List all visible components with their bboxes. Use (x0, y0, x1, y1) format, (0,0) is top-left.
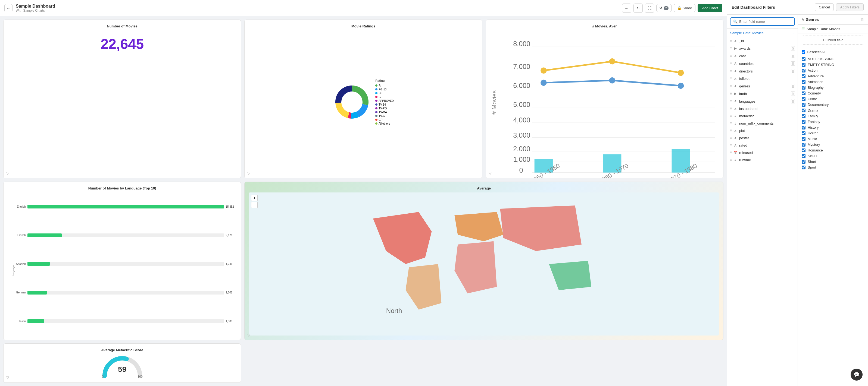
bar-track-english (27, 205, 224, 208)
field-item-fullplot[interactable]: ⠿ A fullplot (727, 75, 798, 82)
field-type-icon-imdb: ▶ (733, 92, 738, 96)
checkbox-scifi[interactable] (802, 154, 806, 158)
drag-handle-num-mflix: ⠿ (730, 122, 732, 125)
field-list: ⠿ A _id ⠿ ▶ awards {} ⠿ A cast [] (727, 37, 798, 386)
svg-text:4,000: 4,000 (513, 116, 530, 124)
checkbox-fantasy[interactable] (802, 120, 806, 124)
option-action: Action (802, 68, 864, 73)
ratings-filter-icon: ▽ (247, 171, 250, 175)
checkbox-empty-string[interactable] (802, 63, 806, 67)
field-item-plot[interactable]: ⠿ A plot (727, 127, 798, 134)
bar-value-spanish: 1,746 (225, 262, 237, 266)
field-item-genres[interactable]: ⠿ A genres [] (727, 82, 798, 90)
map-filter-icon: ▽ (247, 333, 250, 337)
legend-item-tvg: TV-G (375, 114, 394, 117)
option-empty-string: EMPTY STRING (802, 62, 864, 68)
field-item-released[interactable]: ⠿ 📅 released (727, 149, 798, 156)
checkbox-action[interactable] (802, 69, 806, 72)
field-item-lastupdated[interactable]: ⠿ A lastupdated (727, 105, 798, 112)
svg-point-26 (540, 68, 547, 74)
drag-handle-plot: ⠿ (730, 129, 732, 132)
checkbox-sport[interactable] (802, 166, 806, 169)
option-short: Short (802, 159, 864, 165)
label-sport: Sport (808, 165, 816, 169)
drag-handle-genres: ⠿ (730, 85, 732, 88)
checkbox-null-missing[interactable] (802, 57, 806, 61)
field-name-directors: directors (739, 69, 789, 73)
datasource-row[interactable]: Sample Data: Movies ⌄ (727, 29, 798, 37)
field-struct-imdb: {} (791, 92, 795, 96)
num-movies-value: 22,645 (8, 30, 237, 58)
option-horror: Horror (802, 130, 864, 136)
refresh-button[interactable]: ↻ (633, 3, 643, 13)
field-item-directors[interactable]: ⠿ A directors [] (727, 67, 798, 75)
field-item-id[interactable]: ⠿ A _id (727, 37, 798, 44)
checkbox-biography[interactable] (802, 86, 806, 90)
linked-field-button[interactable]: + Linked field (802, 36, 864, 44)
checkbox-history[interactable] (802, 126, 806, 130)
legend-item-pg13: PG-13 (375, 88, 394, 91)
num-movies-card: Number of Movies 22,645 ▽ (3, 20, 241, 178)
dashboard-container: ← Sample Dashboard With Sample Charts ··… (0, 0, 727, 386)
filter-icon: ⚗ (659, 6, 662, 10)
drag-handle-id: ⠿ (730, 39, 732, 42)
field-item-imdb[interactable]: ⠿ ▶ imdb {} (727, 90, 798, 98)
field-item-num-mflix[interactable]: ⠿ # num_mflix_comments (727, 120, 798, 127)
option-history: History (802, 125, 864, 130)
search-icon: 🔍 (733, 20, 738, 24)
bar-value-german: 1,502 (225, 291, 237, 294)
checkbox-drama[interactable] (802, 109, 806, 112)
search-input-wrap[interactable]: 🔍 (730, 17, 795, 26)
field-item-metacritic[interactable]: ⠿ # metacritic (727, 112, 798, 120)
checkbox-crime[interactable] (802, 97, 806, 101)
language-title: Number of Movies by Language (Top 10) (8, 186, 237, 190)
checkbox-horror[interactable] (802, 131, 806, 135)
label-romance: Romance (808, 148, 823, 152)
add-chart-button[interactable]: Add Chart (698, 4, 722, 12)
filter-button[interactable]: ⚗ 2 (656, 4, 672, 12)
fullscreen-button[interactable]: ⛶ (645, 3, 654, 13)
field-item-awards[interactable]: ⠿ ▶ awards {} (727, 44, 798, 52)
svg-point-6 (344, 94, 360, 110)
field-type-icon-genres: A (733, 84, 738, 88)
svg-point-30 (609, 77, 615, 83)
share-button[interactable]: 🔒 Share (674, 4, 695, 12)
field-type-icon-languages: A (733, 100, 738, 103)
deselect-all-checkbox[interactable] (802, 50, 805, 54)
field-item-poster[interactable]: ⠿ A poster (727, 134, 798, 142)
field-type-icon-id: A (733, 39, 738, 43)
checkbox-music[interactable] (802, 137, 806, 141)
back-button[interactable]: ← (4, 4, 12, 12)
chat-bubble[interactable]: 💬 (850, 369, 863, 381)
option-null-missing: NULL / MISSING (802, 56, 864, 62)
legend-item-others: All others (375, 122, 394, 125)
field-name-metacritic: metacritic (739, 114, 795, 118)
bar-row-french: French 2,676 (12, 234, 237, 237)
checkbox-mystery[interactable] (802, 143, 806, 147)
bar-label-italian: Italian (12, 320, 26, 323)
search-input[interactable] (739, 20, 792, 24)
deselect-all[interactable]: Deselect All (802, 49, 864, 55)
field-name-languages: languages (739, 99, 789, 103)
legend-item-r: R (375, 84, 394, 87)
delete-filter-icon[interactable]: 🗑 (860, 17, 864, 22)
checkbox-animation[interactable] (802, 80, 806, 84)
field-item-countries[interactable]: ⠿ A countries [] (727, 60, 798, 67)
label-adventure: Adventure (808, 74, 824, 78)
checkbox-adventure[interactable] (802, 74, 806, 78)
checkbox-romance[interactable] (802, 148, 806, 152)
drag-handle-runtime: ⠿ (730, 159, 732, 162)
checkbox-family[interactable] (802, 114, 806, 118)
more-button[interactable]: ··· (622, 3, 631, 13)
drag-handle-awards: ⠿ (730, 47, 732, 50)
apply-filters-button[interactable]: Apply Filters (836, 3, 864, 11)
average-map-card: Average + − (244, 182, 723, 340)
checkbox-comedy[interactable] (802, 92, 806, 95)
cancel-button[interactable]: Cancel (815, 3, 834, 11)
field-item-runtime[interactable]: ⠿ # runtime (727, 156, 798, 164)
checkbox-short[interactable] (802, 160, 806, 164)
field-item-languages[interactable]: ⠿ A languages [] (727, 98, 798, 105)
field-item-rated[interactable]: ⠿ A rated (727, 142, 798, 149)
checkbox-documentary[interactable] (802, 103, 806, 107)
field-item-cast[interactable]: ⠿ A cast [] (727, 52, 798, 60)
